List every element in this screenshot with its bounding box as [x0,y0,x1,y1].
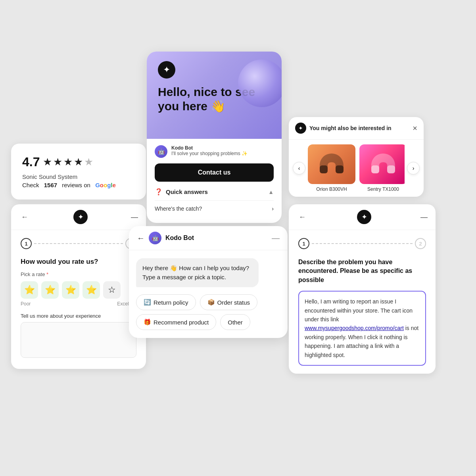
minimize-button[interactable]: — [131,213,138,221]
chat-minimize-button[interactable]: — [272,234,280,243]
reviews-card: 4.7 ★ ★ ★ ★ ★ Sonic Sound System Check 1… [11,144,146,200]
hero-chat-card: ✦ Hello, nice to see you here 👋 🤖 Kodo B… [147,52,282,223]
check-reviews[interactable]: Check 1567 reviews on Google [22,182,135,188]
return-policy-button[interactable]: 🔄 Return policy [136,294,196,310]
reviews-count: 1567 [44,182,57,188]
recs-header: ✦ You might also be interested in × [289,117,424,140]
faq-item-text: Where's the catch? [155,205,202,212]
other-button[interactable]: Other [220,314,250,330]
chat-card: ← 🤖 Kodo Bot — Hey there 👋 How can I hel… [129,226,288,338]
recommend-emoji: 🎁 [144,319,151,326]
qa-title: Quick answers [166,188,208,195]
chat-bubble: Hey there 👋 How can I help you today? Ty… [136,258,259,287]
contact-us-button[interactable]: Contact us [155,163,274,182]
chat-topics: 🔄 Return policy 📦 Order status 🎁 Recomme… [136,294,280,330]
star-labels: Poor Excellent [21,301,136,307]
star-4: ★ [74,156,83,168]
svg-rect-3 [387,165,395,173]
faq-item[interactable]: Where's the catch? › [155,200,274,217]
rating-widget-card: ← ✦ — 1 2 How would you rate us? Pick a … [11,204,146,369]
chat-header: ← 🤖 Kodo Bot — [129,226,288,250]
svg-rect-0 [320,165,328,173]
hero-decoration-ball [238,60,282,107]
experience-label: Tell us more about your experience [21,313,136,319]
rating-question: How would you rate us? [21,258,136,266]
carousel-prev-button[interactable]: ‹ [293,162,305,175]
recs-bot-icon: ✦ [295,123,306,134]
star-2: ★ [53,156,62,168]
chat-back-button[interactable]: ← [137,234,145,243]
pick-rate-label: Pick a rate * [21,271,136,277]
star-3: ★ [63,156,73,168]
problem-minimize-button[interactable]: — [420,213,428,221]
experience-textarea[interactable] [21,322,136,358]
qa-icon: ❓ [155,188,163,196]
product-name: Sonic Sound System [22,173,135,180]
rec-img-1 [308,144,355,184]
required-mark: * [46,271,48,277]
step-line [34,243,123,244]
rating-row: 4.7 ★ ★ ★ ★ ★ [22,155,135,169]
order-status-label: Order status [217,299,250,306]
problem-card-body: 1 2 Describe the problem you have encoun… [289,230,436,374]
qa-chevron-icon: ▲ [268,189,274,195]
star-btn-2[interactable]: ⭐ [41,281,59,299]
problem-textarea[interactable]: Hello, I am writing to report an issue I… [298,291,426,366]
problem-back-button[interactable]: ← [297,211,308,223]
star-btn-5[interactable]: ☆ [103,281,121,299]
bot-info: Kodo Bot I'll solve your shopping proble… [171,145,248,156]
reviews-suffix: reviews on [62,182,90,188]
recs-header-left: ✦ You might also be interested in [295,123,392,134]
headphones-svg-2 [367,150,399,178]
chat-body: Hey there 👋 How can I help you today? Ty… [129,250,288,338]
recs-carousel: ‹ Orion B300VH [289,140,424,197]
star-btn-1[interactable]: ⭐ [21,281,38,299]
problem-step-2: 2 [415,238,426,249]
check-text: Check [22,182,39,188]
bot-icon: ✦ [73,210,88,224]
rec-item-1[interactable]: Orion B300VH [308,144,355,192]
rec-img-2 [359,144,405,184]
order-status-button[interactable]: 📦 Order status [200,294,258,310]
recs-items: Orion B300VH Sentry TX1000 [308,144,405,192]
headphones-svg-1 [316,150,347,178]
problem-step-indicator: 1 2 [298,238,426,249]
recs-close-button[interactable]: × [413,124,417,133]
svg-rect-1 [336,165,344,173]
star-5: ★ [84,156,93,168]
rating-number: 4.7 [22,155,40,169]
rec-name-2: Sentry TX1000 [367,186,399,192]
problem-step-line [312,243,413,244]
stars: ★ ★ ★ ★ ★ [43,156,93,168]
hero-bot-icon: ✦ [158,61,175,79]
back-button[interactable]: ← [19,211,30,223]
return-policy-label: Return policy [154,299,188,306]
star-btn-3[interactable]: ⭐ [62,281,79,299]
bot-name: Kodo Bot [171,145,248,151]
rating-card-header: ← ✦ — [11,204,146,230]
rec-name-1: Orion B300VH [316,186,347,192]
step-1-circle: 1 [21,238,32,249]
poor-label: Poor [21,301,31,307]
problem-card-header: ← ✦ — [289,204,436,230]
recommend-label: Recommend product [154,319,209,326]
problem-bot-icon: ✦ [357,210,371,224]
rec-item-2[interactable]: Sentry TX1000 [359,144,405,192]
rating-card-body: 1 2 How would you rate us? Pick a rate *… [11,230,146,369]
hero-banner: ✦ Hello, nice to see you here 👋 [147,52,282,139]
carousel-next-button[interactable]: › [407,162,420,175]
star-btn-4[interactable]: ⭐ [83,281,100,299]
quick-answers-section: ❓ Quick answers ▲ [155,188,274,196]
problem-link[interactable]: www.mysupergoodshop.com/promo/cart [305,325,404,331]
problem-card: ← ✦ — 1 2 Describe the problem you have … [289,204,436,374]
recommendations-card: ✦ You might also be interested in × ‹ Or… [289,117,424,197]
recommend-product-button[interactable]: 🎁 Recommend product [136,314,216,330]
other-label: Other [228,319,243,326]
bot-message-row: 🤖 Kodo Bot I'll solve your shopping prob… [155,145,274,158]
star-1: ★ [43,156,52,168]
problem-step-1: 1 [298,238,309,249]
return-policy-emoji: 🔄 [144,299,151,306]
star-rating-input[interactable]: ⭐ ⭐ ⭐ ⭐ ☆ [21,281,136,299]
bot-avatar: 🤖 [155,145,167,158]
chat-bot-name: Kodo Bot [165,234,268,242]
